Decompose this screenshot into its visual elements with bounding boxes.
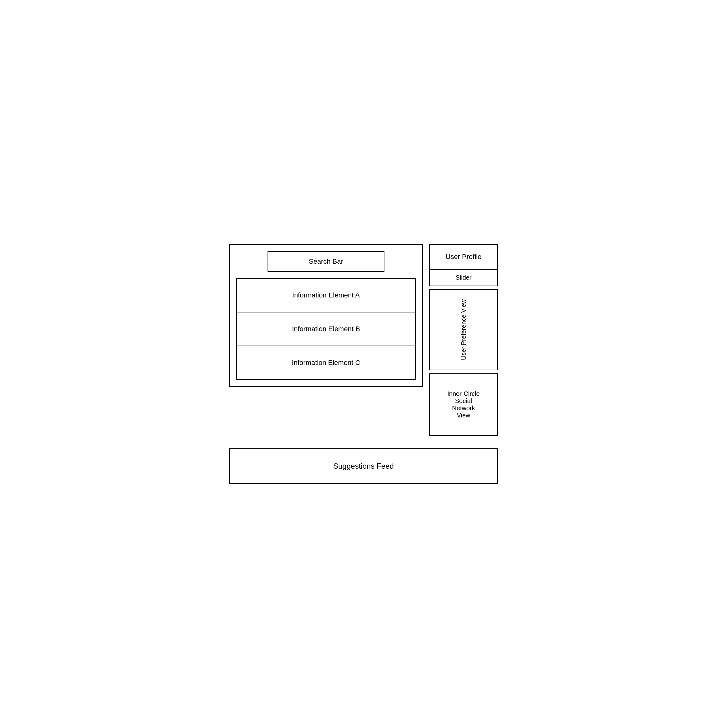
bottom-section: Suggestions Feed [229,448,498,484]
info-element-a: Information Element A [237,279,415,312]
user-preference-view-box: User Preference View [429,289,498,370]
user-preference-view-label: User Preference View [460,299,467,360]
inner-circle-social-network-view-box: Inner-Circle Social Network View [429,373,498,436]
info-element-c: Information Element C [237,346,415,379]
top-section: Search Bar Information Element A Informa… [229,244,498,436]
right-sidebar: User Profile Slider User Preference View… [429,244,498,436]
page-container: Search Bar Information Element A Informa… [223,238,504,490]
info-element-b: Information Element B [237,312,415,346]
main-content-panel: Search Bar Information Element A Informa… [229,244,423,387]
search-bar-wrapper: Search Bar [236,251,416,272]
info-elements-container: Information Element A Information Elemen… [236,278,416,380]
search-bar[interactable]: Search Bar [268,251,384,272]
inner-circle-label: Inner-Circle Social Network View [447,390,479,419]
slider-box[interactable]: Slider [429,270,498,286]
user-profile-box: User Profile [429,244,498,270]
suggestions-feed: Suggestions Feed [229,448,498,484]
